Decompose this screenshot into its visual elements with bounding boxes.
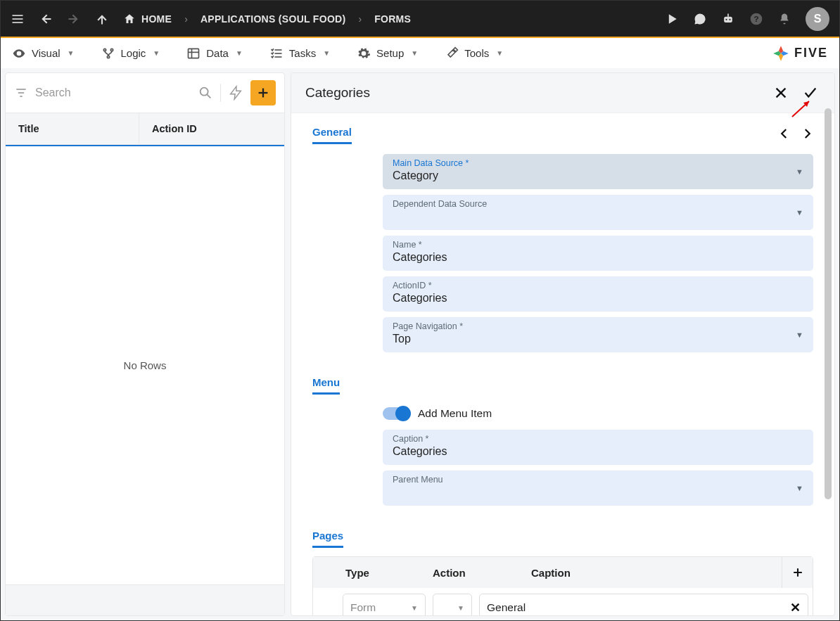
save-button[interactable] — [801, 83, 820, 103]
empty-label: No Rows — [124, 359, 167, 371]
chevron-down-icon: ▼ — [457, 604, 464, 612]
menu-tools[interactable]: Tools▼ — [445, 46, 503, 60]
pages-col-action: Action — [426, 558, 524, 587]
menu-tasks[interactable]: Tasks▼ — [269, 46, 330, 60]
breadcrumb-forms[interactable]: FORMS — [374, 13, 411, 25]
svg-rect-16 — [189, 49, 199, 58]
section-prev-icon[interactable] — [778, 127, 791, 143]
menu-setup[interactable]: Setup▼ — [357, 46, 418, 60]
menu-data[interactable]: Data▼ — [186, 46, 243, 60]
svg-line-30 — [207, 94, 210, 98]
section-general-row: General — [312, 126, 813, 144]
search-icon[interactable] — [198, 85, 213, 101]
svg-point-14 — [110, 49, 113, 51]
gear-icon — [357, 46, 371, 60]
field-label: Dependent Data Source — [393, 199, 803, 209]
field-value — [393, 210, 803, 224]
scrollbar[interactable] — [823, 108, 833, 610]
field-main-data-source[interactable]: Main Data Source * Category ▼ — [383, 154, 813, 189]
toggle-add-menu-item-row: Add Menu Item — [383, 404, 813, 430]
field-page-navigation[interactable]: Page Navigation * Top ▼ — [383, 317, 813, 352]
add-button[interactable] — [250, 80, 276, 105]
divider — [220, 84, 221, 102]
pages-row-caption-value: General — [487, 601, 526, 614]
toggle-add-menu-item[interactable] — [383, 407, 409, 420]
list-header: Title Action ID — [6, 113, 284, 145]
chevron-down-icon: ▼ — [411, 604, 418, 612]
search-row — [6, 73, 284, 113]
pages-row-action[interactable]: ▼ — [433, 594, 472, 615]
svg-point-15 — [107, 56, 109, 58]
field-caption[interactable]: Caption * Categories — [383, 430, 813, 465]
play-icon[interactable] — [665, 12, 679, 26]
breadcrumb: HOME › APPLICATIONS (SOUL FOOD) › FORMS — [123, 13, 411, 25]
field-label: Page Navigation * — [393, 321, 803, 331]
field-value — [393, 486, 803, 500]
forward-icon — [67, 12, 81, 26]
svg-marker-6 — [669, 14, 677, 23]
form-body: General Main Data Source * Category ▼ De… — [291, 113, 834, 615]
field-dependent-data-source[interactable]: Dependent Data Source ▼ — [383, 195, 813, 230]
menu-tasks-label: Tasks — [289, 47, 316, 59]
pages-row-caption[interactable]: General ✕ — [479, 594, 808, 615]
control-bar: Visual▼ Logic▼ Data▼ Tasks▼ Setup▼ Tools… — [1, 38, 839, 68]
pages-row: Form ▼ ▼ General ✕ — [313, 588, 813, 615]
bot-icon[interactable] — [721, 12, 735, 26]
clear-icon[interactable]: ✕ — [790, 600, 801, 615]
pages-table: Type Action Caption Form ▼ ▼ Genera — [312, 556, 813, 615]
search-input[interactable] — [35, 87, 191, 99]
field-label: Name * — [393, 240, 803, 250]
close-button[interactable] — [771, 83, 791, 103]
breadcrumb-applications-label: APPLICATIONS (SOUL FOOD) — [201, 13, 346, 25]
avatar[interactable]: S — [806, 7, 829, 31]
right-panel: Categories General Main Data Source * Ca… — [291, 72, 835, 616]
pages-row-type[interactable]: Form ▼ — [343, 594, 426, 615]
chevron-down-icon: ▼ — [796, 208, 803, 217]
section-nav — [778, 127, 813, 143]
col-actionid[interactable]: Action ID — [139, 113, 284, 144]
svg-text:?: ? — [753, 14, 758, 23]
breadcrumb-forms-label: FORMS — [374, 13, 411, 25]
tools-icon — [445, 46, 459, 60]
brand-logo: FIVE — [772, 44, 828, 63]
menu-setup-label: Setup — [376, 47, 404, 59]
tasks-icon — [269, 46, 284, 60]
menu-fields: Add Menu Item Caption * Categories Paren… — [312, 395, 813, 517]
workspace: Title Action ID No Rows Categories Gener… — [1, 68, 839, 620]
field-label: Caption * — [393, 434, 803, 444]
chat-icon[interactable] — [693, 12, 707, 26]
section-pages-label: Pages — [312, 530, 343, 548]
field-name[interactable]: Name * Categories — [383, 236, 813, 271]
help-icon[interactable]: ? — [749, 12, 763, 26]
field-parent-menu[interactable]: Parent Menu ▼ — [383, 470, 813, 506]
back-icon[interactable] — [39, 12, 53, 26]
menu-visual[interactable]: Visual▼ — [12, 46, 75, 60]
field-value: Top — [393, 333, 803, 347]
bell-icon[interactable] — [777, 12, 791, 26]
breadcrumb-applications[interactable]: APPLICATIONS (SOUL FOOD) — [201, 13, 346, 25]
menu-logic[interactable]: Logic▼ — [101, 46, 160, 60]
hamburger-icon[interactable] — [11, 12, 25, 26]
pages-add-button[interactable] — [782, 557, 813, 588]
field-value: Categories — [393, 292, 803, 306]
filter-icon[interactable] — [14, 86, 28, 100]
section-next-icon[interactable] — [801, 127, 813, 143]
toggle-label: Add Menu Item — [418, 407, 492, 420]
up-icon[interactable] — [95, 12, 109, 26]
menu-data-label: Data — [206, 47, 229, 59]
menu-visual-label: Visual — [32, 47, 61, 59]
panel-title: Categories — [305, 85, 771, 101]
logic-icon — [101, 46, 115, 60]
bolt-icon[interactable] — [228, 85, 243, 101]
svg-marker-31 — [231, 87, 241, 99]
table-icon — [186, 46, 201, 60]
breadcrumb-home[interactable]: HOME — [123, 13, 172, 25]
chevron-down-icon: ▼ — [796, 484, 803, 492]
section-general-label: General — [312, 126, 352, 144]
brand-label: FIVE — [794, 46, 828, 60]
col-title[interactable]: Title — [6, 113, 139, 144]
field-label: Main Data Source * — [393, 158, 803, 168]
field-actionid[interactable]: ActionID * Categories — [383, 276, 813, 312]
menu-logic-label: Logic — [121, 47, 146, 59]
section-menu-label: Menu — [312, 376, 340, 395]
